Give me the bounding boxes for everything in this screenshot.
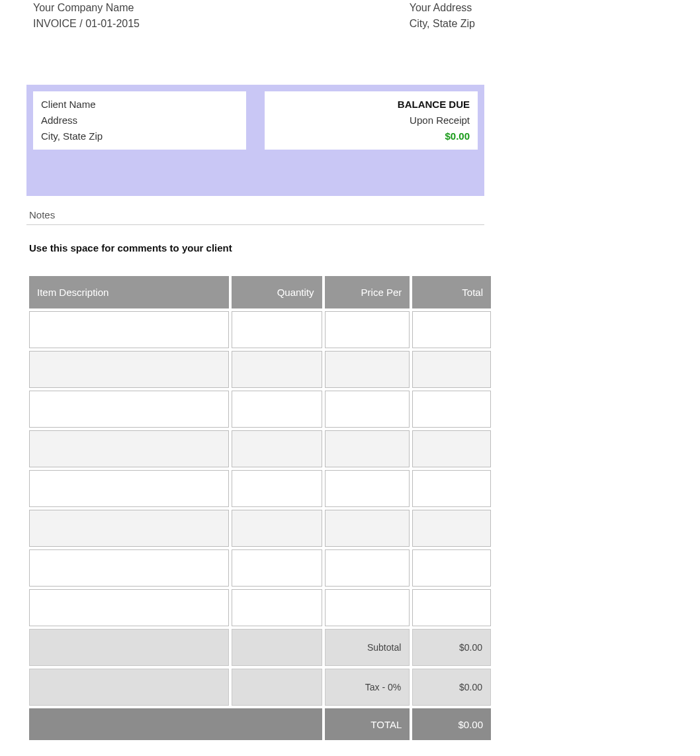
client-address: Address [41, 113, 238, 128]
col-header-total: Total [412, 276, 491, 308]
cell-description[interactable] [29, 589, 229, 626]
cell-total[interactable] [412, 510, 491, 547]
cell-total[interactable] [412, 549, 491, 587]
cell-price[interactable] [325, 470, 410, 507]
company-name: Your Company Name [33, 0, 140, 16]
cell-description[interactable] [29, 430, 229, 467]
tax-label: Tax - 0% [325, 669, 410, 706]
cell-price[interactable] [325, 391, 410, 428]
cell-description[interactable] [29, 549, 229, 587]
summary-blank [232, 629, 322, 666]
table-row [29, 351, 491, 388]
notes-label: Notes [26, 209, 674, 224]
comments-label: Use this space for comments to your clie… [26, 242, 674, 254]
summary-blank [29, 669, 229, 706]
col-header-price-per: Price Per [325, 276, 410, 308]
cell-price[interactable] [325, 589, 410, 626]
cell-description[interactable] [29, 470, 229, 507]
cell-price[interactable] [325, 510, 410, 547]
table-row [29, 510, 491, 547]
cell-quantity[interactable] [232, 430, 322, 467]
cell-description[interactable] [29, 351, 229, 388]
tax-row: Tax - 0% $0.00 [29, 669, 491, 706]
col-header-quantity: Quantity [232, 276, 322, 308]
client-name: Client Name [41, 97, 238, 113]
cell-quantity[interactable] [232, 549, 322, 587]
balance-due-label: BALANCE DUE [273, 97, 470, 113]
balance-amount: $0.00 [273, 128, 470, 144]
grand-total-label: TOTAL [325, 708, 410, 740]
client-balance-panel: Client Name Address City, State Zip BALA… [26, 85, 484, 196]
cell-price[interactable] [325, 351, 410, 388]
cell-total[interactable] [412, 351, 491, 388]
client-info-box: Client Name Address City, State Zip [33, 91, 246, 150]
table-row [29, 430, 491, 467]
col-header-description: Item Description [29, 276, 229, 308]
grand-total-value: $0.00 [412, 708, 491, 740]
table-header-row: Item Description Quantity Price Per Tota… [29, 276, 491, 308]
cell-total[interactable] [412, 470, 491, 507]
cell-total[interactable] [412, 430, 491, 467]
summary-blank [232, 669, 322, 706]
summary-blank [29, 629, 229, 666]
invoice-header: Your Company Name INVOICE / 01-01-2015 Y… [26, 0, 674, 32]
cell-total[interactable] [412, 311, 491, 348]
table-row [29, 589, 491, 626]
subtotal-label: Subtotal [325, 629, 410, 666]
cell-quantity[interactable] [232, 510, 322, 547]
your-city-state-zip: City, State Zip [410, 16, 475, 32]
table-row [29, 391, 491, 428]
cell-quantity[interactable] [232, 391, 322, 428]
table-row [29, 549, 491, 587]
cell-quantity[interactable] [232, 311, 322, 348]
cell-price[interactable] [325, 430, 410, 467]
cell-description[interactable] [29, 510, 229, 547]
subtotal-value: $0.00 [412, 629, 491, 666]
cell-quantity[interactable] [232, 470, 322, 507]
balance-due-box: BALANCE DUE Upon Receipt $0.00 [265, 91, 478, 150]
cell-quantity[interactable] [232, 589, 322, 626]
cell-description[interactable] [29, 311, 229, 348]
tax-value: $0.00 [412, 669, 491, 706]
subtotal-row: Subtotal $0.00 [29, 629, 491, 666]
line-items-table: Item Description Quantity Price Per Tota… [26, 273, 494, 743]
client-city-state-zip: City, State Zip [41, 128, 238, 144]
invoice-number-date: INVOICE / 01-01-2015 [33, 16, 140, 32]
cell-total[interactable] [412, 589, 491, 626]
cell-quantity[interactable] [232, 351, 322, 388]
cell-price[interactable] [325, 549, 410, 587]
grand-total-row: TOTAL $0.00 [29, 708, 491, 740]
payment-terms: Upon Receipt [273, 113, 470, 128]
notes-divider [26, 224, 484, 225]
cell-price[interactable] [325, 311, 410, 348]
table-row [29, 470, 491, 507]
cell-total[interactable] [412, 391, 491, 428]
your-address: Your Address [410, 0, 475, 16]
summary-blank [29, 708, 322, 740]
cell-description[interactable] [29, 391, 229, 428]
table-row [29, 311, 491, 348]
